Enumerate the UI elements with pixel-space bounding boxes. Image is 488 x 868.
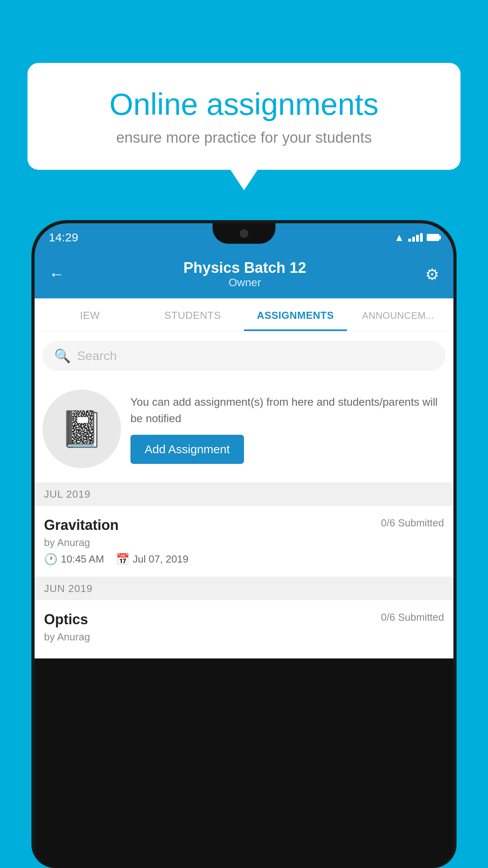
status-icons: ▲ (394, 232, 439, 244)
wifi-icon: ▲ (394, 232, 404, 244)
assignment-date: Jul 07, 2019 (133, 553, 189, 565)
header-subtitle: Owner (183, 276, 306, 289)
assignment-header-optics: Optics 0/6 Submitted (44, 611, 444, 628)
meta-date: 📅 Jul 07, 2019 (116, 553, 189, 566)
screen-content: 🔍 Search 📓 You can add assignment(s) fro… (35, 331, 453, 658)
speech-bubble: Online assignments ensure more practice … (28, 63, 460, 170)
assignment-header: Gravitation 0/6 Submitted (44, 517, 444, 533)
tab-iew[interactable]: IEW (39, 298, 141, 331)
tab-announcements[interactable]: ANNOUNCEM... (347, 298, 450, 331)
phone-inner: 14:29 ▲ ← Physics Batch 12 Owner (35, 223, 453, 868)
meta-time: 🕐 10:45 AM (44, 553, 104, 566)
bubble-title: Online assignments (55, 86, 433, 122)
battery-icon (427, 234, 439, 241)
search-bar[interactable]: 🔍 Search (42, 341, 446, 371)
assignment-name: Gravitation (44, 517, 119, 533)
assignment-icon-circle: 📓 (42, 390, 121, 468)
search-placeholder: Search (77, 349, 117, 363)
calendar-icon: 📅 (116, 553, 130, 566)
status-bar: 14:29 ▲ (35, 223, 453, 252)
notebook-icon: 📓 (60, 408, 104, 450)
assignment-submitted-optics: 0/6 Submitted (381, 611, 444, 623)
assignment-author: by Anurag (44, 537, 444, 549)
signal-icon (408, 233, 423, 242)
add-assignment-button[interactable]: Add Assignment (130, 435, 244, 464)
info-text-area: You can add assignment(s) from here and … (130, 394, 446, 464)
search-icon: 🔍 (54, 348, 71, 364)
header-title: Physics Batch 12 (183, 259, 306, 276)
assignment-optics[interactable]: Optics 0/6 Submitted by Anurag (35, 600, 453, 658)
assignment-time: 10:45 AM (61, 553, 104, 565)
info-description: You can add assignment(s) from here and … (130, 394, 446, 427)
clock-icon: 🕐 (44, 553, 58, 566)
month-separator-jun: JUN 2019 (35, 577, 453, 600)
tab-students[interactable]: STUDENTS (141, 298, 244, 331)
settings-icon[interactable]: ⚙ (425, 265, 439, 283)
phone-frame: 14:29 ▲ ← Physics Batch 12 Owner (31, 220, 457, 868)
speech-bubble-section: Online assignments ensure more practice … (28, 63, 460, 170)
assignment-submitted: 0/6 Submitted (381, 517, 444, 529)
assignment-name-optics: Optics (44, 611, 88, 628)
assignment-meta: 🕐 10:45 AM 📅 Jul 07, 2019 (44, 553, 444, 566)
bubble-subtitle: ensure more practice for your students (55, 129, 433, 146)
assignment-gravitation[interactable]: Gravitation 0/6 Submitted by Anurag 🕐 10… (35, 506, 453, 577)
month-separator-jul: JUL 2019 (35, 483, 453, 506)
header-center: Physics Batch 12 Owner (183, 259, 306, 289)
app-header: ← Physics Batch 12 Owner ⚙ (35, 252, 453, 298)
tab-assignments[interactable]: ASSIGNMENTS (244, 298, 347, 331)
back-button[interactable]: ← (49, 265, 64, 283)
assignment-author-optics: by Anurag (44, 631, 444, 643)
info-card: 📓 You can add assignment(s) from here an… (35, 380, 453, 483)
camera (240, 229, 248, 238)
status-time: 14:29 (49, 231, 78, 244)
notch (213, 223, 275, 244)
tabs-bar: IEW STUDENTS ASSIGNMENTS ANNOUNCEM... (35, 298, 453, 331)
